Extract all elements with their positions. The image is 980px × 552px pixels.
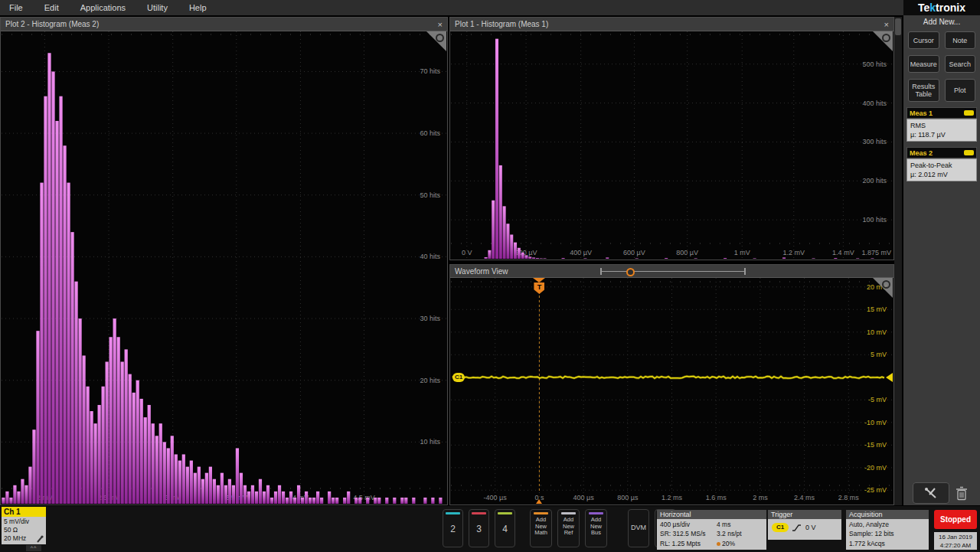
- scrollbar-thumb[interactable]: [895, 18, 901, 35]
- pan-slider-marker[interactable]: [626, 268, 635, 276]
- waveform-view-window: Waveform View 20 mV15 mV10 mV5 mV-5 mV-1…: [449, 264, 894, 505]
- logo-text: Te: [918, 2, 929, 14]
- tektronix-logo: Tektronix: [903, 0, 980, 15]
- pan-slider[interactable]: [600, 267, 746, 276]
- meas2-mean: µ: 2.012 mV: [910, 170, 973, 179]
- sidebar-button-search[interactable]: Search: [945, 55, 976, 73]
- meas2-result[interactable]: Peak-to-Peak µ: 2.012 mV: [906, 158, 977, 181]
- channel-color-stripe: [472, 512, 486, 514]
- trash-button[interactable]: [954, 484, 969, 502]
- sidebar-button-results-table[interactable]: Results Table: [908, 79, 939, 102]
- trigger-marker[interactable]: T: [533, 278, 545, 294]
- acquisition-title: Acquisition: [846, 510, 929, 519]
- rising-edge-icon: [792, 524, 802, 532]
- channel-1-settings: 5 mV/div 50 Ω 20 MHz: [2, 517, 46, 544]
- plot1-area: 0 V200 µV400 µV600 µV800 µV1 mV1.2 mV1.4…: [451, 31, 893, 259]
- sidebar-button-note[interactable]: Note: [945, 31, 976, 49]
- meas1-name: Meas 1: [910, 109, 933, 117]
- sidebar-button-measure[interactable]: Measure: [908, 55, 939, 73]
- y-axis-label: 10 mV: [867, 328, 887, 336]
- y-axis-label: -10 mV: [864, 419, 887, 426]
- channel-badge[interactable]: C1: [452, 373, 465, 382]
- add-new-bus-button[interactable]: AddNewBus: [585, 509, 607, 547]
- close-icon[interactable]: ×: [884, 18, 889, 31]
- menu-item-utility[interactable]: Utility: [147, 3, 168, 12]
- trigger-title: Trigger: [768, 510, 841, 519]
- meas2-type: Peak-to-Peak: [910, 161, 973, 170]
- oscilloscope-screen: FileEditApplicationsUtilityHelp Plot 2 -…: [0, 0, 980, 552]
- sidebar: Tektronix Add New... CursorNoteMeasureSe…: [903, 0, 980, 505]
- channel-button-label: 2: [443, 524, 462, 534]
- x-axis-label: 1.2 ms: [662, 494, 682, 501]
- channel-1-badge[interactable]: Ch 1 5 mV/div 50 Ω 20 MHz: [2, 507, 46, 544]
- plot1-histogram: [451, 31, 893, 259]
- meas1-source-chip: [964, 110, 974, 116]
- add-new-math-button[interactable]: AddNewMath: [530, 509, 552, 547]
- y-axis-label: 500 hits: [862, 60, 887, 68]
- channel-color-stripe: [561, 512, 576, 514]
- waveform-titlebar[interactable]: Waveform View: [450, 265, 893, 278]
- magnifier-icon: [882, 34, 890, 42]
- channel-1-name[interactable]: Ch 1: [2, 507, 46, 517]
- add-button-label: AddNewRef: [558, 517, 579, 537]
- sidebar-button-cursor[interactable]: Cursor: [908, 31, 939, 49]
- y-axis-label: -5 mV: [868, 396, 887, 403]
- y-axis-label: 300 hits: [862, 138, 887, 145]
- run-stop-button[interactable]: Stopped: [934, 510, 977, 529]
- channel-button-label: 3: [469, 524, 488, 534]
- x-axis-label: 400 µs: [573, 494, 593, 501]
- plot2-area: 2 mV2.5 mV3 mV3.5 mV4 mV4.5 mV70 hits60 …: [2, 31, 446, 504]
- add-new-label: Add New...: [903, 18, 980, 26]
- acquisition-value: Sample: 12 bits: [849, 529, 926, 538]
- menu-item-edit[interactable]: Edit: [44, 3, 59, 12]
- pan-slider-right-end: [744, 268, 746, 275]
- y-axis-label: 5 mV: [871, 351, 887, 358]
- menu-item-file[interactable]: File: [9, 3, 23, 12]
- probe-icon: [37, 535, 44, 543]
- horizontal-title: Horizontal: [657, 510, 766, 519]
- y-axis-label: 70 hits: [420, 67, 440, 75]
- trigger-flag: T: [534, 283, 544, 294]
- plot1-titlebar[interactable]: Plot 1 - Histogram (Meas 1) ×: [450, 18, 893, 31]
- trigger-panel[interactable]: Trigger C1 0 V: [768, 510, 841, 540]
- sidebar-button-plot[interactable]: Plot: [945, 79, 976, 102]
- add-button-label: AddNewMath: [531, 517, 551, 537]
- menu-item-help[interactable]: Help: [189, 3, 207, 12]
- channel-button-row: 234AddNewMathAddNewRefAddNewBusDVMAFG: [443, 509, 676, 547]
- channel-color-stripe: [589, 512, 603, 514]
- channel-button-label: 4: [495, 524, 514, 534]
- channel-button-4[interactable]: 4: [495, 509, 515, 547]
- channel-1-impedance: 50 Ω: [4, 526, 44, 534]
- plot2-titlebar[interactable]: Plot 2 - Histogram (Meas 2) ×: [1, 18, 447, 31]
- meas2-header[interactable]: Meas 2: [906, 147, 977, 158]
- magnifier-icon: [436, 34, 444, 42]
- horizontal-value: 20%: [717, 539, 763, 548]
- acquisition-panel[interactable]: Acquisition Auto, AnalyzeSample: 12 bits…: [846, 510, 929, 550]
- channel-button-3[interactable]: 3: [469, 509, 489, 547]
- y-axis-label: 60 hits: [420, 129, 440, 137]
- close-icon[interactable]: ×: [438, 18, 443, 31]
- meas1-header[interactable]: Meas 1: [906, 107, 977, 119]
- meas1-result[interactable]: RMS µ: 118.7 µV: [906, 119, 977, 142]
- y-axis-label: 30 hits: [420, 315, 440, 322]
- menu-item-applications[interactable]: Applications: [80, 3, 126, 12]
- collapse-handle[interactable]: ^^: [26, 545, 41, 551]
- plot2-histogram: [2, 31, 446, 504]
- zoom-box-button[interactable]: [913, 482, 949, 504]
- acquisition-values: Auto, AnalyzeSample: 12 bits1.772 kAcqs: [846, 519, 929, 550]
- datetime-display: 16 Jan 2019 4:27:20 AM: [934, 532, 977, 550]
- y-axis-label: 400 hits: [862, 100, 887, 107]
- dvm-button[interactable]: DVM: [628, 509, 649, 547]
- trigger-level-arrow[interactable]: [886, 373, 893, 382]
- add-new-ref-button[interactable]: AddNewRef: [557, 509, 580, 547]
- channel-button-2[interactable]: 2: [443, 509, 463, 547]
- y-axis-label: -15 mV: [864, 441, 887, 449]
- scrollbar-track[interactable]: [894, 17, 902, 505]
- horizontal-panel[interactable]: Horizontal 400 µs/div4 msSR: 312.5 MS/s3…: [657, 510, 766, 550]
- waveform-area: 20 mV15 mV10 mV5 mV-5 mV-10 mV-15 mV-20 …: [451, 278, 893, 504]
- trash-icon: [956, 485, 968, 501]
- menu-bar: FileEditApplicationsUtilityHelp: [0, 0, 903, 15]
- y-axis-label: 15 mV: [867, 305, 887, 313]
- acquisition-value: Auto, Analyze: [849, 520, 926, 529]
- calipers-icon: [923, 486, 939, 500]
